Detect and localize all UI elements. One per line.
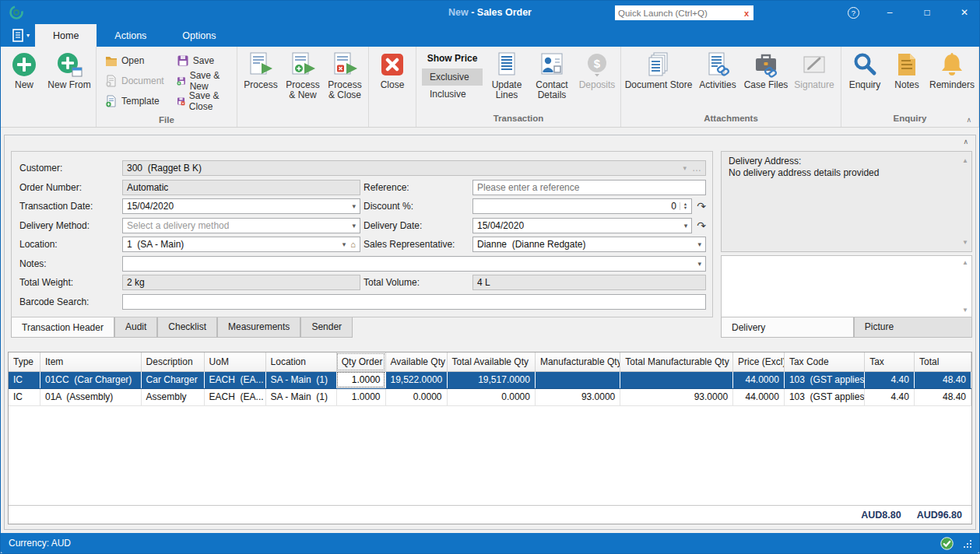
ribbon-collapse-chevron-icon[interactable]: ∧	[966, 116, 971, 124]
case-files-button[interactable]: Case Files	[742, 48, 790, 90]
delivery-date-field[interactable]: 15/04/2020 ▾	[472, 218, 692, 233]
col-manufacturable-qty[interactable]: Manufacturable Qty	[535, 352, 620, 371]
save-button[interactable]: Save	[172, 51, 233, 71]
notes-field[interactable]: ▾	[122, 256, 706, 272]
delivery-method-field[interactable]: Select a delivery method ▾	[122, 218, 360, 233]
deposits-button[interactable]: $ Deposits	[576, 48, 618, 90]
save-new-button[interactable]: Save & New	[172, 71, 233, 91]
save-close-button[interactable]: Save & Close	[172, 91, 233, 111]
reference-input[interactable]	[477, 182, 701, 193]
barcode-search-field[interactable]	[122, 294, 706, 310]
transaction-date-field[interactable]: 15/04/2020 ▾	[122, 198, 360, 214]
delivery-date-dropdown-icon[interactable]: ▾	[680, 222, 688, 230]
close-button[interactable]: Close	[371, 48, 413, 90]
new-from-button[interactable]: New From	[45, 48, 93, 90]
location-field[interactable]: 1 (SA - Main) ▾ ⌂	[122, 237, 360, 252]
tab-home[interactable]: Home	[35, 24, 97, 47]
discount-reset-icon[interactable]: ↷	[697, 201, 706, 212]
help-icon[interactable]: ?	[848, 7, 859, 19]
sales-rep-field[interactable]: Dianne (Dianne Redgate) ▾	[472, 237, 706, 252]
col-total[interactable]: Total	[914, 352, 971, 371]
quick-launch-input[interactable]	[618, 9, 743, 18]
spinner-down-icon[interactable]: ▼	[683, 206, 687, 210]
col-total-available-qty[interactable]: Total Available Qty	[447, 352, 535, 371]
col-item[interactable]: Item	[40, 352, 142, 371]
discount-spinner[interactable]: ▲ ▼	[680, 202, 687, 210]
header-collapse-chevron-icon[interactable]: ∧	[963, 138, 968, 146]
col-tax-code[interactable]: Tax Code	[784, 352, 864, 371]
notes-dropdown-icon[interactable]: ▾	[694, 260, 701, 268]
customer-dropdown-icon[interactable]: ▾	[679, 164, 687, 172]
col-type[interactable]: Type	[9, 352, 40, 371]
tab-measurements[interactable]: Measurements	[217, 317, 300, 338]
col-description[interactable]: Description	[141, 352, 204, 371]
signature-icon	[801, 51, 827, 78]
tab-options[interactable]: Options	[164, 24, 234, 47]
tab-transaction-header[interactable]: Transaction Header	[11, 317, 114, 338]
quick-launch-box[interactable]: x	[615, 5, 753, 20]
delivery-date-reset-icon[interactable]: ↷	[697, 220, 706, 231]
discount-field[interactable]: ▲ ▼	[472, 198, 692, 214]
customer-field[interactable]: 300 (Ragget B K) ▾ …	[122, 160, 706, 176]
template-button[interactable]: Template	[100, 91, 169, 111]
order-number-label: Order Number:	[19, 182, 119, 193]
scroll-down-icon[interactable]: ▼	[962, 237, 968, 248]
reference-field[interactable]	[472, 180, 706, 195]
col-tax[interactable]: Tax	[865, 352, 915, 371]
notes-button[interactable]: Notes	[886, 48, 928, 90]
signature-button[interactable]: Signature	[790, 48, 838, 90]
deposits-icon: $	[584, 51, 610, 78]
delivery-method-label: Delivery Method:	[19, 220, 119, 231]
quick-launch-clear-icon[interactable]: x	[743, 9, 750, 18]
delivery-address-box[interactable]: Delivery Address: No delivery address de…	[721, 151, 972, 252]
tab-sender[interactable]: Sender	[300, 317, 353, 338]
document-button[interactable]: Document	[100, 71, 169, 91]
minimize-icon[interactable]: –	[883, 7, 897, 18]
scroll-up-icon[interactable]: ▲	[962, 259, 968, 266]
col-price-excl[interactable]: Price (Excl)	[733, 352, 785, 371]
show-price-exclusive[interactable]: Exclusive	[422, 68, 483, 86]
customer-ellipsis-icon[interactable]: …	[687, 165, 701, 171]
activities-button[interactable]: Activities	[694, 48, 742, 90]
close-window-icon[interactable]: ✕	[957, 7, 971, 18]
process-button[interactable]: Process	[240, 48, 282, 90]
grid-row[interactable]: IC 01A (Assembly) Assembly EACH (EA... S…	[9, 388, 971, 405]
tab-audit[interactable]: Audit	[114, 317, 157, 338]
grid-row-selected[interactable]: IC 01CC (Car Charger) Car Charger EACH (…	[9, 371, 971, 388]
scroll-down-icon[interactable]: ▼	[962, 307, 968, 314]
delivery-notes-box[interactable]: ▲ ▼	[721, 255, 972, 317]
show-price-inclusive[interactable]: Inclusive	[422, 86, 483, 103]
scroll-up-icon[interactable]: ▲	[962, 155, 968, 167]
col-available-qty[interactable]: Available Qty	[385, 352, 447, 371]
barcode-search-input[interactable]	[127, 296, 701, 307]
delivery-method-dropdown-icon[interactable]: ▾	[348, 222, 356, 230]
contact-details-button[interactable]: Contact Details	[528, 48, 576, 100]
sales-rep-dropdown-icon[interactable]: ▾	[694, 240, 701, 248]
discount-input[interactable]	[477, 201, 676, 212]
process-new-button[interactable]: Process & New	[282, 48, 324, 100]
tab-picture[interactable]: Picture	[854, 317, 972, 338]
col-qty-order[interactable]: Qty Order	[336, 352, 385, 371]
menu-icon	[12, 29, 24, 42]
tab-actions[interactable]: Actions	[97, 24, 164, 47]
ribbon-group-process: Process Process & New	[237, 47, 369, 127]
update-lines-button[interactable]: Update Lines	[486, 48, 528, 100]
enquiry-button[interactable]: Enquiry	[844, 48, 886, 90]
app-menu-button[interactable]: ▾	[7, 24, 35, 47]
open-button[interactable]: Open	[100, 51, 169, 71]
col-location[interactable]: Location	[265, 352, 336, 371]
tab-delivery[interactable]: Delivery	[721, 317, 854, 338]
tab-checklist[interactable]: Checklist	[157, 317, 217, 338]
new-button[interactable]: New	[3, 48, 45, 90]
qty-order-edit-cell[interactable]: 1.0000	[336, 371, 385, 388]
col-uom[interactable]: UoM	[204, 352, 265, 371]
resize-grip[interactable]	[963, 539, 971, 548]
document-store-button[interactable]: Document Store	[623, 48, 694, 90]
location-home-icon[interactable]: ⌂	[346, 240, 356, 249]
location-dropdown-icon[interactable]: ▾	[339, 240, 346, 248]
col-total-manufacturable-qty[interactable]: Total Manufacturable Qty	[620, 352, 733, 371]
process-close-button[interactable]: Process & Close	[324, 48, 366, 100]
maximize-icon[interactable]: □	[920, 7, 934, 18]
reminders-button[interactable]: Reminders	[928, 48, 976, 90]
transaction-date-dropdown-icon[interactable]: ▾	[348, 202, 356, 210]
